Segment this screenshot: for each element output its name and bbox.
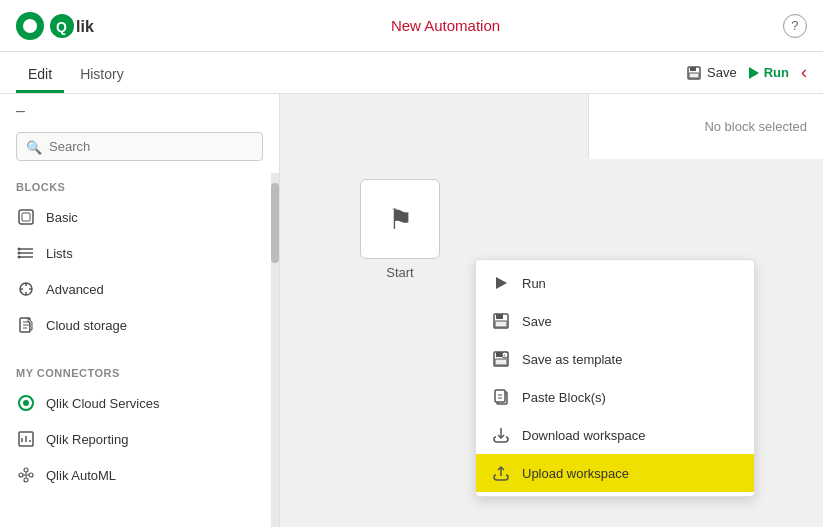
blocks-section-label: BLOCKS — [0, 173, 279, 199]
svg-point-12 — [18, 248, 21, 251]
main-area: – 🔍 BLOCKS Basic — [0, 94, 823, 527]
svg-rect-42 — [495, 359, 507, 365]
svg-rect-6 — [689, 73, 699, 78]
sidebar-item-qlik-automl[interactable]: Qlik AutoML — [0, 457, 279, 493]
sidebar-item-qlik-reporting[interactable]: Qlik Reporting — [0, 421, 279, 457]
list-icon — [16, 243, 36, 263]
context-menu: Run Save — [475, 259, 755, 497]
menu-item-download[interactable]: Download workspace — [476, 416, 754, 454]
reporting-icon — [16, 429, 36, 449]
sidebar: – 🔍 BLOCKS Basic — [0, 94, 280, 527]
advanced-icon — [16, 279, 36, 299]
sidebar-item-qlik-cloud[interactable]: Qlik Cloud Services — [0, 385, 279, 421]
svg-rect-38 — [496, 314, 503, 319]
search-input[interactable] — [16, 132, 263, 161]
tab-bar: Edit History Save Run ‹ — [0, 52, 823, 94]
start-block[interactable]: ⚑ Start — [360, 179, 440, 280]
svg-rect-5 — [690, 67, 696, 71]
help-button[interactable]: ? — [783, 14, 807, 38]
sidebar-item-advanced[interactable]: Advanced — [0, 271, 279, 307]
start-label: Start — [386, 265, 413, 280]
svg-marker-36 — [496, 277, 507, 289]
svg-point-14 — [18, 256, 21, 259]
save-button[interactable]: Save — [686, 65, 737, 81]
menu-item-upload[interactable]: Upload workspace — [476, 454, 754, 492]
sidebar-item-basic[interactable]: Basic — [0, 199, 279, 235]
play-icon — [749, 67, 759, 79]
top-bar: Q lik New Automation ? — [0, 0, 823, 52]
tab-actions: Save Run ‹ — [686, 62, 807, 83]
scrollbar-thumb[interactable] — [271, 183, 279, 263]
svg-rect-7 — [19, 210, 33, 224]
svg-point-33 — [24, 478, 28, 482]
scrollbar-track — [271, 173, 279, 527]
menu-download-icon — [492, 426, 510, 444]
tab-history[interactable]: History — [68, 52, 136, 93]
tab-edit[interactable]: Edit — [16, 52, 64, 93]
svg-text:Q: Q — [56, 19, 67, 35]
sidebar-item-lists[interactable]: Lists — [0, 235, 279, 271]
sidebar-item-cloud-storage[interactable]: Cloud storage — [0, 307, 279, 343]
doc-icon — [16, 315, 36, 335]
menu-save-template-icon: + — [492, 350, 510, 368]
menu-item-save-template[interactable]: + Save as template — [476, 340, 754, 378]
search-box: 🔍 — [16, 132, 263, 161]
no-block-panel: No block selected — [588, 94, 823, 159]
svg-rect-8 — [22, 213, 30, 221]
menu-upload-icon — [492, 464, 510, 482]
svg-point-0 — [23, 19, 37, 33]
svg-rect-39 — [495, 321, 507, 327]
svg-point-31 — [24, 468, 28, 472]
search-icon: 🔍 — [26, 139, 42, 154]
qlik-logo-circle — [16, 12, 44, 40]
menu-paste-icon — [492, 388, 510, 406]
sidebar-scroll: BLOCKS Basic — [0, 173, 279, 527]
menu-save-icon — [492, 312, 510, 330]
tabs: Edit History — [16, 52, 136, 93]
connectors-section-label: MY CONNECTORS — [0, 359, 279, 385]
logo: Q lik — [16, 12, 108, 40]
menu-item-save[interactable]: Save — [476, 302, 754, 340]
svg-text:lik: lik — [76, 18, 94, 35]
svg-point-30 — [19, 473, 23, 477]
menu-run-icon — [492, 274, 510, 292]
svg-text:+: + — [503, 352, 506, 358]
svg-rect-46 — [495, 390, 505, 402]
canvas-area: No block selected ⚑ Start Run — [280, 94, 823, 527]
cloud-circle-icon — [16, 393, 36, 413]
svg-point-13 — [18, 252, 21, 255]
automl-icon — [16, 465, 36, 485]
no-block-label: No block selected — [704, 119, 807, 134]
flag-icon: ⚑ — [388, 203, 413, 236]
start-block-box[interactable]: ⚑ — [360, 179, 440, 259]
cube-icon — [16, 207, 36, 227]
qlik-wordmark: Q lik — [48, 12, 108, 40]
tab-overflow-icon[interactable]: ‹ — [801, 62, 807, 83]
menu-item-run[interactable]: Run — [476, 264, 754, 302]
menu-item-paste[interactable]: Paste Block(s) — [476, 378, 754, 416]
run-button[interactable]: Run — [749, 65, 789, 80]
svg-point-25 — [23, 400, 29, 406]
save-icon — [686, 65, 702, 81]
svg-point-32 — [29, 473, 33, 477]
sidebar-collapse-button[interactable]: – — [0, 94, 279, 128]
app-title: New Automation — [391, 17, 500, 34]
